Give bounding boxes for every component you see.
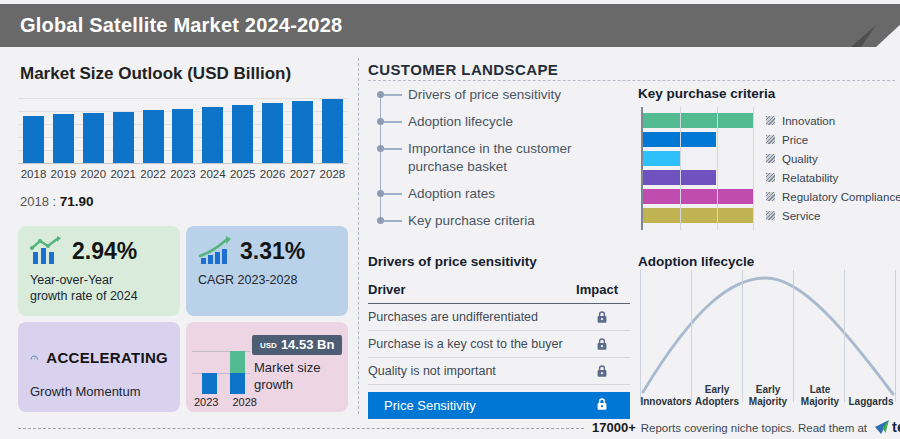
market-size-bar — [202, 107, 223, 163]
legend-label: Regulatory Compliance — [782, 191, 900, 203]
legend-swatch-icon — [766, 211, 775, 220]
market-size-bar — [113, 112, 134, 163]
momentum-value: ACCELERATING — [46, 349, 168, 366]
market-size-outlook-title: Market Size Outlook (USD Billion) — [20, 64, 291, 84]
chart-gridline — [793, 270, 794, 402]
bar-column — [20, 116, 47, 163]
legend-swatch-icon — [766, 192, 775, 201]
legend-swatch-icon — [766, 116, 775, 125]
price-sensitivity-highlight-row: Price Sensitivity — [368, 392, 630, 419]
base-year-label: 2018 : — [20, 194, 56, 209]
highlight-row-label: Price Sensitivity — [384, 398, 476, 413]
base-year-value: 2018 : 71.90 — [20, 194, 94, 209]
legend-label: Innovation — [782, 115, 835, 127]
yoy-label: Year-over-Year growth rate of 2024 — [30, 272, 168, 304]
chart-gridline — [742, 270, 743, 402]
market-size-x-axis: 2018201920202021202220232024202520262027… — [18, 168, 348, 180]
market-size-growth-card: 2023 2028 USD14.53 Bn Market size growth — [186, 322, 348, 412]
bar-2028-increment — [230, 351, 245, 373]
market-size-bar — [322, 99, 343, 163]
growth-value-badge: USD14.53 Bn — [252, 335, 342, 355]
key-purchase-criteria-chart — [641, 107, 752, 230]
base-year-number: 71.90 — [60, 194, 94, 209]
legend-label: Relatability — [782, 172, 838, 184]
cagr-label: CAGR 2023-2028 — [198, 272, 336, 288]
landscape-item-label: Adoption lifecycle — [408, 114, 513, 129]
driver-row: Quality is not important — [368, 358, 630, 385]
x-axis-label: 2028 — [319, 168, 346, 180]
impact-column-header: Impact — [576, 282, 618, 297]
price-sensitivity-section: Drivers of price sensitivity Driver Impa… — [368, 254, 630, 419]
bullet-dot — [377, 145, 384, 152]
footer: 17000+ Reports covering niche topics. Re… — [592, 419, 900, 435]
bullet-dot — [377, 91, 384, 98]
growth-label: Market size growth — [254, 359, 320, 393]
x-axis-label: 2027 — [289, 168, 316, 180]
page-title: Global Satellite Market 2024-2028 — [20, 4, 342, 47]
customer-landscape-list: Drivers of price sensitivityAdoption lif… — [368, 86, 618, 239]
chart-gridline — [680, 107, 681, 230]
driver-label: Purchases are undifferentiated — [368, 310, 538, 324]
growth-momentum-card: ACCELERATING Growth Momentum — [18, 322, 180, 412]
x-axis-label: 2026 — [259, 168, 286, 180]
adoption-lifecycle-chart: InnovatorsEarly AdoptersEarly MajorityLa… — [640, 268, 896, 410]
footer-text: Reports covering niche topics. Read them… — [641, 422, 867, 434]
technavio-logo[interactable]: technavio™ — [875, 419, 900, 435]
legend-item: Regulatory Compliance — [766, 189, 900, 204]
driver-row: Purchases are undifferentiated — [368, 304, 630, 331]
bullet-dot — [377, 217, 384, 224]
legend-swatch-icon — [766, 173, 775, 182]
momentum-label: Growth Momentum — [30, 384, 168, 400]
x-axis-label: 2021 — [110, 168, 137, 180]
infographic-page: Global Satellite Market 2024-2028 Market… — [0, 0, 900, 439]
lifecycle-stage-label: Laggards — [845, 396, 897, 408]
yoy-label-line2: growth rate of 2024 — [30, 289, 138, 303]
legend-swatch-icon — [766, 135, 775, 144]
chart-gridline — [895, 270, 896, 402]
bar-trend-icon — [30, 236, 64, 266]
criteria-bar — [643, 189, 753, 204]
x-axis-label: 2019 — [50, 168, 77, 180]
legend-label: Quality — [782, 153, 818, 165]
technavio-arrow-icon — [875, 420, 890, 435]
growth-value: 14.53 Bn — [281, 337, 334, 352]
bullet-dot — [377, 118, 384, 125]
x-axis-label: 2018 — [20, 168, 47, 180]
driver-label: Purchase is a key cost to the buyer — [368, 337, 563, 351]
vertical-divider — [358, 58, 359, 414]
lifecycle-stage-label: Early Adopters — [691, 384, 743, 408]
legend-label: Price — [782, 134, 808, 146]
bar-2023 — [202, 373, 217, 394]
cagr-value: 3.31% — [240, 238, 305, 265]
growth-mini-chart: 2023 2028 — [192, 332, 254, 408]
chart-gridline — [844, 270, 845, 402]
chart-gridline — [717, 107, 718, 230]
growth-start-year: 2023 — [194, 396, 218, 408]
market-size-bar — [83, 113, 104, 163]
brand-tech: tech — [892, 419, 900, 435]
market-size-bar — [23, 116, 44, 163]
market-size-bar — [232, 105, 253, 163]
section-divider — [368, 80, 895, 81]
bullet-connector — [384, 193, 402, 195]
landscape-item-label: Importance in the customer purchase bask… — [408, 141, 572, 174]
bar-column — [259, 103, 286, 163]
lock-icon — [596, 310, 608, 324]
reports-count: 17000+ — [592, 420, 636, 435]
driver-column-header: Driver — [368, 282, 406, 297]
landscape-list-item: Adoption lifecycle — [368, 113, 618, 131]
bullet-dot — [377, 190, 384, 197]
yoy-label-line1: Year-over-Year — [30, 273, 113, 287]
bullet-connector — [384, 94, 402, 96]
bullet-connector — [384, 121, 402, 123]
bar-column — [80, 113, 107, 163]
x-axis-label: 2024 — [199, 168, 226, 180]
bullet-connector — [384, 148, 402, 150]
x-axis-label: 2023 — [169, 168, 196, 180]
lifecycle-stage-label: Late Majority — [794, 384, 846, 408]
bar-column — [140, 110, 167, 163]
currency-label: USD — [260, 341, 277, 350]
market-size-chart — [18, 96, 348, 164]
yoy-value: 2.94% — [72, 238, 137, 265]
legend-item: Service — [766, 208, 900, 223]
